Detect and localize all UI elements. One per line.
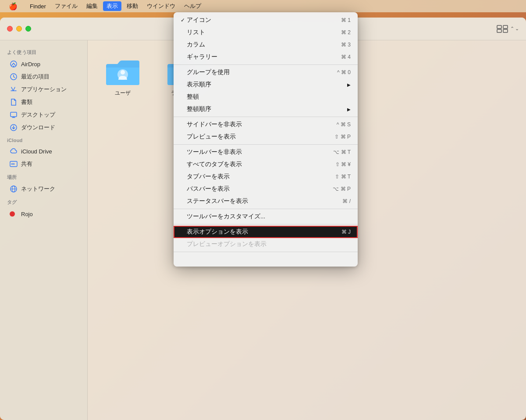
menu-item-column-view[interactable]: ✓ カラム ⌘ 3 (174, 39, 358, 51)
show-all-tabs-shortcut: ⇧ ⌘ ¥ (335, 161, 351, 167)
show-all-tabs-label: すべてのタブを表示 (187, 160, 242, 168)
shared-icon (10, 160, 18, 168)
menubar-help[interactable]: ヘルプ (181, 1, 205, 11)
icloud-icon (10, 147, 18, 155)
apple-menu[interactable]: 🍎 (5, 1, 21, 11)
menu-item-icon-view[interactable]: ✓ アイコン ⌘ 1 (174, 14, 358, 26)
view-toggle[interactable]: ⌃ ⌄ (496, 25, 519, 33)
downloads-label: ダウンロード (21, 124, 55, 132)
icon-view-label: アイコン (187, 16, 211, 24)
show-tabbar-shortcut: ⇧ ⌘ T (335, 174, 351, 180)
toolbar-right: ⌃ ⌄ (496, 25, 519, 33)
separator-5 (174, 224, 358, 224)
sidebar-item-rojo[interactable]: Rojo (3, 208, 85, 220)
menubar-window[interactable]: ウインドウ (143, 1, 179, 11)
menu-item-show-tabbar[interactable]: ✓ タブバーを表示 ⇧ ⌘ T (174, 171, 358, 183)
hide-toolbar-shortcut: ⌥ ⌘ T (333, 149, 351, 155)
show-preview-options-label: プレビューオプションを表示 (187, 240, 267, 248)
sidebar-item-network[interactable]: ネットワーク (3, 183, 85, 195)
menu-item-clean-up-by[interactable]: ✓ 整頓順序 (174, 103, 358, 115)
menu-item-show-preview-options[interactable]: ✓ プレビューオプションを表示 (174, 238, 358, 250)
recents-label: 最近の項目 (21, 73, 50, 81)
user-folder-item[interactable]: ユーザ (105, 58, 140, 97)
show-pathbar-shortcut: ⌥ ⌘ P (333, 186, 351, 192)
separator-6 (174, 252, 358, 252)
svg-point-13 (11, 163, 13, 165)
minimize-button[interactable] (16, 26, 22, 32)
recents-icon (10, 73, 18, 81)
svg-point-14 (13, 163, 15, 165)
applications-icon (10, 85, 18, 93)
icloud-label: iCloud (0, 134, 87, 145)
desktop-label: デスクトップ (21, 111, 55, 119)
show-preview-shortcut: ⇧ ⌘ P (334, 134, 351, 140)
menu-item-show-view-options[interactable]: ✓ 表示オプションを表示 ⌘ J (174, 226, 358, 238)
icloud-drive-label: iCloud Drive (21, 148, 52, 155)
svg-rect-8 (11, 112, 17, 117)
column-view-label: カラム (187, 41, 205, 49)
sidebar-item-desktop[interactable]: デスクトップ (3, 109, 85, 121)
gallery-view-shortcut: ⌘ 4 (341, 54, 351, 60)
tag-red-icon (10, 210, 18, 218)
show-view-options-label: 表示オプションを表示 (187, 228, 248, 236)
menu-item-show-pathbar[interactable]: ✓ パスバーを表示 ⌥ ⌘ P (174, 183, 358, 195)
airdrop-icon (10, 60, 18, 68)
network-label: ネットワーク (21, 185, 55, 193)
sidebar-item-documents[interactable]: 書類 (3, 96, 85, 108)
clean-up-by-label: 整頓順序 (187, 105, 211, 113)
menu-item-hide-sidebar[interactable]: ✓ サイドバーを非表示 ^ ⌘ S (174, 118, 358, 131)
desktop-icon (10, 111, 18, 119)
separator-2 (174, 117, 358, 117)
sidebar-item-shared[interactable]: 共有 (3, 158, 85, 170)
svg-rect-0 (497, 25, 501, 28)
tags-label: タグ (0, 196, 87, 207)
sidebar-item-icloud-drive[interactable]: iCloud Drive (3, 145, 85, 157)
traffic-lights (7, 26, 31, 32)
menu-item-customize-toolbar[interactable]: ✓ ツールバーをカスタマイズ... (174, 210, 358, 223)
show-statusbar-shortcut: ⌘ / (342, 198, 351, 204)
user-folder-label: ユーザ (115, 89, 131, 97)
downloads-icon (10, 124, 18, 132)
sidebar-item-recents[interactable]: 最近の項目 (3, 71, 85, 83)
menubar-file[interactable]: ファイル (51, 1, 81, 11)
menubar-go[interactable]: 移動 (123, 1, 142, 11)
svg-rect-1 (503, 25, 508, 28)
separator-1 (174, 64, 358, 65)
menubar-view[interactable]: 表示 (103, 1, 121, 11)
menu-item-hide-toolbar[interactable]: ✓ ツールバーを非表示 ⌥ ⌘ T (174, 146, 358, 158)
customize-toolbar-label: ツールバーをカスタマイズ... (187, 213, 265, 221)
show-preview-label: プレビューを表示 (187, 133, 236, 141)
sidebar-item-downloads[interactable]: ダウンロード (3, 121, 85, 134)
hide-toolbar-label: ツールバーを非表示 (187, 148, 242, 156)
maximize-button[interactable] (25, 26, 31, 32)
svg-point-5 (13, 66, 14, 67)
show-view-options-shortcut: ⌘ J (341, 229, 351, 235)
use-groups-label: グループを使用 (187, 68, 230, 76)
menubar-edit[interactable]: 編集 (83, 1, 101, 11)
menu-item-enter-fullscreen[interactable]: ✓ (174, 253, 358, 265)
show-pathbar-label: パスバーを表示 (187, 185, 230, 193)
menu-item-gallery-view[interactable]: ✓ ギャラリー ⌘ 4 (174, 51, 358, 63)
sidebar: よく使う項目 AirDrop 最 (0, 40, 88, 420)
menu-item-sort-by[interactable]: ✓ 表示順序 (174, 78, 358, 91)
menu-item-show-all-tabs[interactable]: ✓ すべてのタブを表示 ⇧ ⌘ ¥ (174, 158, 358, 171)
close-button[interactable] (7, 26, 13, 32)
menu-item-use-groups[interactable]: ✓ グループを使用 ^ ⌘ 0 (174, 66, 358, 78)
menu-item-show-statusbar[interactable]: ✓ ステータスバーを表示 ⌘ / (174, 195, 358, 207)
sidebar-item-airdrop[interactable]: AirDrop (3, 58, 85, 70)
svg-rect-3 (503, 29, 508, 32)
hide-sidebar-label: サイドバーを非表示 (187, 121, 242, 128)
shared-label: 共有 (21, 160, 32, 168)
menu-item-list-view[interactable]: ✓ リスト ⌘ 2 (174, 26, 358, 39)
sidebar-item-applications[interactable]: アプリケーション (3, 83, 85, 96)
menu-item-clean-up[interactable]: ✓ 整頓 (174, 91, 358, 103)
airdrop-label: AirDrop (21, 61, 40, 68)
svg-point-19 (121, 70, 125, 75)
applications-label: アプリケーション (21, 85, 67, 93)
menu-item-show-preview[interactable]: ✓ プレビューを表示 ⇧ ⌘ P (174, 131, 358, 143)
favorites-label: よく使う項目 (0, 46, 87, 57)
separator-4 (174, 209, 358, 209)
menubar-finder[interactable]: Finder (26, 2, 50, 11)
locations-label: 場所 (0, 171, 87, 182)
column-view-shortcut: ⌘ 3 (341, 42, 351, 48)
